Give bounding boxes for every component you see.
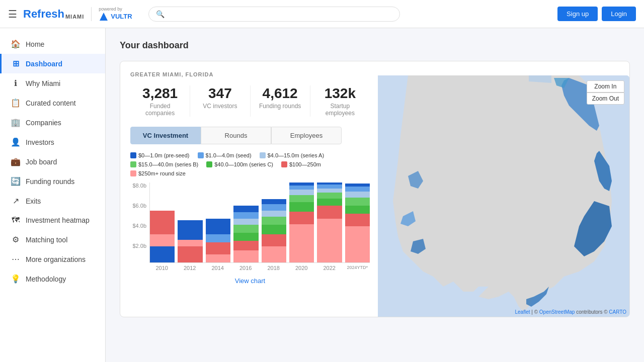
sidebar-item-more-organizations[interactable]: ⋯ More organizations [0,249,105,269]
y-label: $2.0b [130,243,146,249]
investors-icon: 👤 [11,137,21,147]
sidebar-item-label: Investment heatmap [26,216,90,224]
nav-actions: Sign up Login [557,7,636,21]
sidebar-item-why-miami[interactable]: ℹ Why Miami [0,73,105,93]
matching-icon: ⚙ [11,235,21,244]
tab-rounds[interactable]: Rounds [201,127,271,144]
stat-number: 132k [315,85,365,102]
app-layout: 🏠 Home ⊞ Dashboard ℹ Why Miami 📋 Curated… [0,28,644,362]
map-container: Zoom In Zoom Out [378,75,629,317]
chart-x-labels: 2010 2012 2014 2016 2018 2020 2022 2024Y… [149,265,370,271]
login-button[interactable]: Login [602,7,636,21]
sidebar-item-label: More organizations [26,255,86,263]
stat-vc-investors: 347 VC investors [190,85,250,117]
sidebar-item-label: Funding rounds [26,177,74,186]
tab-vc-investment[interactable]: VC Investment [130,127,201,144]
y-label: $8.0b [130,183,146,189]
stat-label: Funding rounds [256,103,305,110]
legend-label: $100—250m [289,161,321,167]
search-input[interactable] [169,10,392,18]
legend-color [130,152,136,158]
zoom-in-button[interactable]: Zoom In [587,80,624,93]
logo-subtext: MIAMI [65,14,84,20]
chart-container: $8.0b $6.0b $4.0b $2.0b [130,183,370,271]
legend-color [130,161,136,167]
legend-label: $0—1.0m (pre-seed) [138,152,190,158]
sidebar-item-home[interactable]: 🏠 Home [0,34,105,54]
sidebar-item-label: Why Miami [26,79,60,87]
legend-label: $40.0—100m (series C) [214,161,273,167]
legend-label: $250m+ round size [138,170,186,176]
legend-color [206,161,212,167]
bar-group-2024ytd [345,183,370,262]
legend-item-preseed: $0—1.0m (pre-seed) [130,152,190,158]
bar-group-2016 [233,183,258,262]
bar-group-2018 [262,183,286,262]
heatmap-icon: 🗺 [11,216,21,225]
openstreetmap-link[interactable]: OpenStreetMap [539,309,575,315]
chart-bars [149,183,370,263]
more-orgs-icon: ⋯ [11,254,21,264]
sidebar: 🏠 Home ⊞ Dashboard ℹ Why Miami 📋 Curated… [0,28,106,362]
powered-by: powered by VULTR [99,7,132,22]
signup-button[interactable]: Sign up [557,7,598,21]
sidebar-item-curated-content[interactable]: 📋 Curated content [0,93,105,113]
sidebar-item-investors[interactable]: 👤 Investors [0,132,105,152]
chart-tabs: VC Investment Rounds Employees [130,127,342,144]
y-label: $4.0b [130,223,146,229]
sidebar-item-matching-tool[interactable]: ⚙ Matching tool [0,230,105,249]
y-label: $6.0b [130,203,146,209]
legend-label: $4.0—15.0m (series A) [268,152,325,158]
logo: Refresh MIAMI [23,9,84,20]
stat-number: 3,281 [135,85,185,102]
x-label-2018: 2018 [261,265,286,271]
zoom-out-button[interactable]: Zoom Out [587,93,624,105]
sidebar-item-dashboard[interactable]: ⊞ Dashboard [0,54,105,73]
stat-funding-rounds: 4,612 Funding rounds [250,85,310,117]
stat-number: 4,612 [256,85,305,102]
search-icon: 🔍 [156,10,165,18]
x-label-2016: 2016 [233,265,259,271]
legend-color [130,170,136,176]
view-chart-link[interactable]: View chart [130,277,370,285]
vultr-icon [99,12,109,22]
sidebar-item-label: Home [26,40,44,48]
sidebar-item-job-board[interactable]: 💼 Job board [0,152,105,171]
tab-employees[interactable]: Employees [271,127,342,144]
bar-group-2012 [178,183,202,262]
chart-body: 2010 2012 2014 2016 2018 2020 2022 2024Y… [149,183,370,271]
sidebar-item-exits[interactable]: ↗ Exits [0,191,105,211]
stats-row: 3,281 Funded companies 347 VC investors … [130,85,370,117]
leaflet-link[interactable]: Leaflet [515,309,530,315]
vultr-text: VULTR [111,13,132,20]
curated-icon: 📋 [11,98,21,108]
stat-funded-companies: 3,281 Funded companies [130,85,190,117]
sidebar-item-methodology[interactable]: 💡 Methodology [0,269,105,289]
stat-label: Startup employees [315,103,365,117]
bar-group-2022 [317,183,342,262]
bar-group-2020 [289,183,314,262]
sidebar-item-label: Curated content [26,99,76,107]
legend-color [198,152,204,158]
methodology-icon: 💡 [11,274,21,284]
exits-icon: ↗ [11,196,21,206]
sidebar-item-label: Exits [26,197,41,205]
sidebar-item-label: Companies [26,119,61,127]
main-content: Your dashboard GREATER MIAMI, FLORIDA 3,… [106,28,644,362]
svg-marker-0 [100,13,108,21]
carto-link[interactable]: CARTO [609,309,626,315]
chart-y-axis: $8.0b $6.0b $4.0b $2.0b [130,183,149,263]
logo-text: Refresh [23,9,64,20]
map-attribution: Leaflet | © OpenStreetMap contributors ©… [515,309,626,315]
sidebar-item-label: Job board [26,158,57,166]
x-label-2010: 2010 [149,265,175,271]
top-navigation: ☰ Refresh MIAMI powered by VULTR 🔍 Sign … [0,0,644,28]
sidebar-item-funding-rounds[interactable]: 🔄 Funding rounds [0,171,105,191]
stat-number: 347 [195,85,245,102]
sidebar-item-companies[interactable]: 🏢 Companies [0,113,105,132]
funding-rounds-icon: 🔄 [11,176,21,186]
search-bar[interactable]: 🔍 [148,7,400,22]
x-label-2024ytd: 2024YTD* [345,265,370,271]
sidebar-item-investment-heatmap[interactable]: 🗺 Investment heatmap [0,211,105,230]
hamburger-menu[interactable]: ☰ [8,8,17,20]
